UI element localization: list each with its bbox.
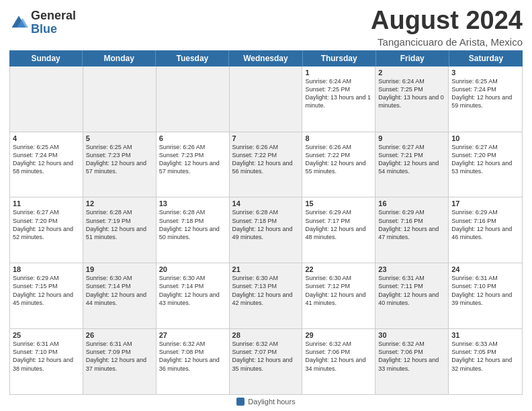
- day-info: Sunrise: 6:27 AM Sunset: 7:20 PM Dayligh…: [13, 208, 80, 241]
- header-wednesday: Wednesday: [229, 50, 302, 66]
- day-number: 28: [232, 331, 300, 339]
- cal-cell-4-2: 27Sunrise: 6:32 AM Sunset: 7:08 PM Dayli…: [157, 329, 230, 394]
- cal-cell-4-6: 31Sunrise: 6:33 AM Sunset: 7:05 PM Dayli…: [449, 329, 522, 394]
- day-number: 9: [378, 134, 445, 142]
- cal-week-2: 11Sunrise: 6:27 AM Sunset: 7:20 PM Dayli…: [10, 197, 522, 263]
- footer: Daylight hours: [9, 395, 523, 406]
- cal-cell-0-2: [157, 66, 230, 132]
- day-info: Sunrise: 6:31 AM Sunset: 7:10 PM Dayligh…: [451, 274, 519, 307]
- day-info: Sunrise: 6:29 AM Sunset: 7:16 PM Dayligh…: [378, 208, 445, 241]
- header-monday: Monday: [83, 50, 156, 66]
- day-number: 4: [13, 134, 80, 142]
- logo-general: General: [31, 9, 76, 23]
- day-info: Sunrise: 6:26 AM Sunset: 7:22 PM Dayligh…: [305, 143, 372, 176]
- day-info: Sunrise: 6:30 AM Sunset: 7:14 PM Dayligh…: [159, 274, 226, 307]
- cal-cell-1-2: 6Sunrise: 6:26 AM Sunset: 7:23 PM Daylig…: [157, 132, 230, 197]
- day-number: 19: [86, 265, 153, 273]
- day-info: Sunrise: 6:29 AM Sunset: 7:16 PM Dayligh…: [451, 208, 519, 241]
- cal-cell-1-5: 9Sunrise: 6:27 AM Sunset: 7:21 PM Daylig…: [375, 132, 449, 197]
- cal-cell-3-4: 22Sunrise: 6:30 AM Sunset: 7:12 PM Dayli…: [302, 263, 375, 328]
- page: General Blue August 2024 Tangancicuaro d…: [0, 0, 532, 411]
- cal-cell-3-2: 20Sunrise: 6:30 AM Sunset: 7:14 PM Dayli…: [157, 263, 230, 328]
- day-number: 12: [86, 199, 153, 208]
- calendar-header: Sunday Monday Tuesday Wednesday Thursday…: [9, 50, 523, 66]
- header-thursday: Thursday: [303, 50, 376, 66]
- cal-cell-0-0: [10, 66, 83, 132]
- day-number: 26: [86, 331, 153, 339]
- day-info: Sunrise: 6:32 AM Sunset: 7:06 PM Dayligh…: [378, 340, 445, 373]
- cal-cell-2-6: 17Sunrise: 6:29 AM Sunset: 7:16 PM Dayli…: [449, 197, 522, 263]
- day-info: Sunrise: 6:29 AM Sunset: 7:17 PM Dayligh…: [305, 208, 372, 241]
- day-info: Sunrise: 6:28 AM Sunset: 7:18 PM Dayligh…: [232, 208, 300, 241]
- cal-cell-4-4: 29Sunrise: 6:32 AM Sunset: 7:06 PM Dayli…: [302, 329, 375, 394]
- day-info: Sunrise: 6:32 AM Sunset: 7:06 PM Dayligh…: [305, 340, 372, 373]
- top-section: General Blue August 2024 Tangancicuaro d…: [9, 7, 523, 48]
- cal-cell-3-0: 18Sunrise: 6:29 AM Sunset: 7:15 PM Dayli…: [10, 263, 83, 328]
- day-info: Sunrise: 6:28 AM Sunset: 7:19 PM Dayligh…: [86, 208, 153, 241]
- day-number: 14: [232, 199, 300, 208]
- day-number: 15: [305, 199, 372, 208]
- logo-icon: [9, 13, 28, 32]
- day-info: Sunrise: 6:25 AM Sunset: 7:24 PM Dayligh…: [451, 77, 519, 110]
- cal-cell-0-1: [83, 66, 157, 132]
- footer-dot: [236, 398, 245, 406]
- cal-cell-4-3: 28Sunrise: 6:32 AM Sunset: 7:07 PM Dayli…: [230, 329, 303, 394]
- day-info: Sunrise: 6:30 AM Sunset: 7:12 PM Dayligh…: [305, 274, 372, 307]
- cal-cell-2-3: 14Sunrise: 6:28 AM Sunset: 7:18 PM Dayli…: [230, 197, 303, 263]
- day-number: 6: [159, 134, 226, 142]
- day-number: 2: [378, 68, 445, 77]
- day-number: 18: [13, 265, 80, 273]
- day-info: Sunrise: 6:24 AM Sunset: 7:25 PM Dayligh…: [378, 77, 445, 110]
- cal-week-0: 1Sunrise: 6:24 AM Sunset: 7:25 PM Daylig…: [10, 66, 522, 132]
- day-number: 24: [451, 265, 519, 273]
- day-number: 30: [378, 331, 445, 339]
- cal-cell-2-2: 13Sunrise: 6:28 AM Sunset: 7:18 PM Dayli…: [157, 197, 230, 263]
- day-info: Sunrise: 6:27 AM Sunset: 7:20 PM Dayligh…: [451, 143, 519, 176]
- day-number: 10: [451, 134, 519, 142]
- day-number: 7: [232, 134, 300, 142]
- day-number: 16: [378, 199, 445, 208]
- cal-week-4: 25Sunrise: 6:31 AM Sunset: 7:10 PM Dayli…: [10, 329, 522, 394]
- day-number: 25: [13, 331, 80, 339]
- day-number: 1: [305, 68, 372, 77]
- day-info: Sunrise: 6:32 AM Sunset: 7:07 PM Dayligh…: [232, 340, 300, 373]
- cal-cell-1-3: 7Sunrise: 6:26 AM Sunset: 7:22 PM Daylig…: [230, 132, 303, 197]
- header-sunday: Sunday: [9, 50, 83, 66]
- day-info: Sunrise: 6:29 AM Sunset: 7:15 PM Dayligh…: [13, 274, 80, 307]
- cal-cell-1-0: 4Sunrise: 6:25 AM Sunset: 7:24 PM Daylig…: [10, 132, 83, 197]
- day-info: Sunrise: 6:30 AM Sunset: 7:13 PM Dayligh…: [232, 274, 300, 307]
- day-number: 23: [378, 265, 445, 273]
- day-number: 21: [232, 265, 300, 273]
- day-info: Sunrise: 6:33 AM Sunset: 7:05 PM Dayligh…: [451, 340, 519, 373]
- cal-week-1: 4Sunrise: 6:25 AM Sunset: 7:24 PM Daylig…: [10, 132, 522, 198]
- cal-cell-2-5: 16Sunrise: 6:29 AM Sunset: 7:16 PM Dayli…: [375, 197, 449, 263]
- cal-cell-3-3: 21Sunrise: 6:30 AM Sunset: 7:13 PM Dayli…: [230, 263, 303, 328]
- cal-cell-2-1: 12Sunrise: 6:28 AM Sunset: 7:19 PM Dayli…: [83, 197, 157, 263]
- logo-text: General Blue: [31, 9, 76, 36]
- cal-cell-4-5: 30Sunrise: 6:32 AM Sunset: 7:06 PM Dayli…: [375, 329, 449, 394]
- cal-cell-3-1: 19Sunrise: 6:30 AM Sunset: 7:14 PM Dayli…: [83, 263, 157, 328]
- day-number: 29: [305, 331, 372, 339]
- cal-cell-0-6: 3Sunrise: 6:25 AM Sunset: 7:24 PM Daylig…: [449, 66, 522, 132]
- day-info: Sunrise: 6:30 AM Sunset: 7:14 PM Dayligh…: [86, 274, 153, 307]
- day-number: 31: [451, 331, 519, 339]
- cal-cell-1-4: 8Sunrise: 6:26 AM Sunset: 7:22 PM Daylig…: [302, 132, 375, 197]
- cal-cell-4-0: 25Sunrise: 6:31 AM Sunset: 7:10 PM Dayli…: [10, 329, 83, 394]
- calendar: Sunday Monday Tuesday Wednesday Thursday…: [9, 50, 523, 395]
- day-info: Sunrise: 6:26 AM Sunset: 7:22 PM Dayligh…: [232, 143, 300, 176]
- subtitle: Tangancicuaro de Arista, Mexico: [371, 36, 523, 48]
- day-number: 5: [86, 134, 153, 142]
- day-info: Sunrise: 6:26 AM Sunset: 7:23 PM Dayligh…: [159, 143, 226, 176]
- day-number: 8: [305, 134, 372, 142]
- day-info: Sunrise: 6:27 AM Sunset: 7:21 PM Dayligh…: [378, 143, 445, 176]
- day-number: 17: [451, 199, 519, 208]
- cal-cell-1-1: 5Sunrise: 6:25 AM Sunset: 7:23 PM Daylig…: [83, 132, 157, 197]
- cal-cell-2-4: 15Sunrise: 6:29 AM Sunset: 7:17 PM Dayli…: [302, 197, 375, 263]
- cal-cell-0-3: [230, 66, 303, 132]
- day-number: 13: [159, 199, 226, 208]
- footer-label: Daylight hours: [248, 398, 295, 406]
- header-friday: Friday: [376, 50, 449, 66]
- day-info: Sunrise: 6:25 AM Sunset: 7:24 PM Dayligh…: [13, 143, 80, 176]
- day-number: 22: [305, 265, 372, 273]
- cal-cell-0-5: 2Sunrise: 6:24 AM Sunset: 7:25 PM Daylig…: [375, 66, 449, 132]
